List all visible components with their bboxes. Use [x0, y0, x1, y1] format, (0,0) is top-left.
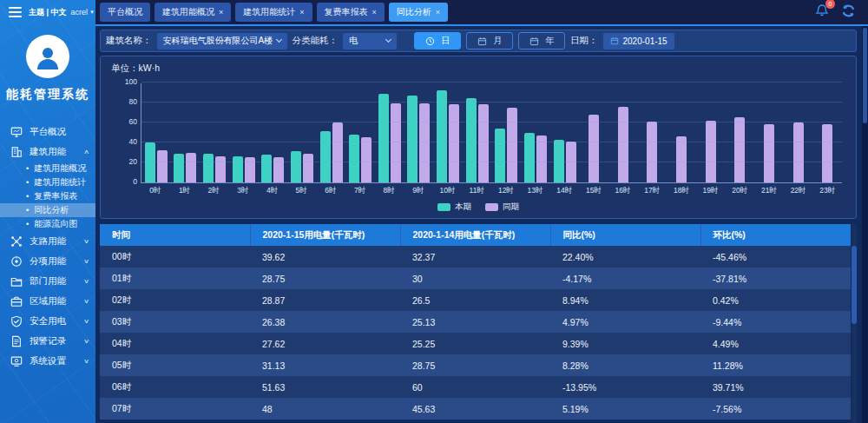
- window-scrollbar[interactable]: [862, 26, 868, 423]
- granularity-year-button[interactable]: 年: [518, 32, 565, 50]
- table-row[interactable]: 07时4845.635.19%-7.56%: [100, 398, 851, 420]
- bar-同期-8时[interactable]: [391, 103, 401, 182]
- bar-本期-1时[interactable]: [174, 154, 184, 182]
- y-axis-tick-label: 20: [129, 157, 137, 166]
- legend-swatch: [485, 203, 498, 211]
- legend-item-本期[interactable]: 本期: [437, 202, 471, 213]
- tab-label: 复费率报表: [325, 6, 368, 18]
- table-scrollbar-thumb[interactable]: [852, 246, 857, 324]
- bar-同期-1时[interactable]: [186, 153, 196, 183]
- bar-本期-12时[interactable]: [495, 129, 505, 182]
- tab-建筑用能统计[interactable]: 建筑用能统计×: [235, 3, 312, 22]
- sidebar-item-报警记录[interactable]: 报警记录∨: [0, 331, 95, 351]
- bar-本期-3时[interactable]: [233, 156, 243, 182]
- bar-group-20时: [726, 83, 755, 182]
- chevron-down-icon: ∨: [83, 358, 89, 365]
- legend-item-同期[interactable]: 同期: [485, 202, 519, 213]
- bar-同期-12时[interactable]: [507, 108, 517, 182]
- x-axis-tick-label: 7时: [345, 186, 375, 196]
- sidebar-subitem-建筑用能统计[interactable]: •建筑用能统计: [0, 175, 95, 189]
- bar-本期-0时[interactable]: [145, 142, 155, 182]
- bar-同期-21时[interactable]: [764, 124, 774, 182]
- sidebar-item-平台概况[interactable]: 平台概况: [0, 122, 95, 142]
- refresh-button[interactable]: [841, 3, 856, 22]
- bar-同期-22时[interactable]: [793, 122, 804, 182]
- sidebar-item-部门用能[interactable]: 部门用能∨: [0, 271, 95, 291]
- table-row[interactable]: 04时27.6225.259.39%4.49%: [100, 333, 851, 354]
- tab-close-icon[interactable]: ×: [299, 8, 304, 17]
- category-select[interactable]: 电: [343, 33, 397, 50]
- bar-group-11时: [463, 83, 492, 182]
- bar-同期-13时[interactable]: [536, 135, 547, 182]
- tab-close-icon[interactable]: ×: [436, 8, 440, 17]
- bar-同期-15时[interactable]: [589, 115, 599, 182]
- user-icon: [33, 42, 62, 71]
- bar-本期-4时[interactable]: [261, 155, 272, 182]
- sidebar-item-分项用能[interactable]: 分项用能∨: [0, 251, 95, 271]
- bar-同期-11时[interactable]: [478, 104, 489, 182]
- table-row[interactable]: 03时26.3825.134.97%-9.44%: [100, 311, 851, 333]
- bar-同期-19时[interactable]: [706, 121, 716, 182]
- sidebar-subitem-能源流向图[interactable]: •能源流向图: [0, 217, 95, 231]
- table-cell: 07时: [100, 398, 250, 420]
- window-scrollbar-thumb[interactable]: [863, 28, 867, 123]
- table-row[interactable]: 02时28.8726.58.94%0.42%: [100, 289, 851, 311]
- bar-同期-9时[interactable]: [419, 103, 430, 182]
- sidebar-item-安全用电[interactable]: 安全用电∨: [0, 311, 95, 331]
- bar-同期-16时[interactable]: [618, 107, 628, 182]
- bar-同期-0时[interactable]: [157, 150, 168, 182]
- notifications-button[interactable]: 0: [815, 3, 829, 21]
- tab-复费率报表[interactable]: 复费率报表×: [317, 3, 385, 22]
- date-picker[interactable]: 2020-01-15: [603, 33, 674, 50]
- bar-同期-20时[interactable]: [734, 117, 745, 182]
- bar-本期-11时[interactable]: [466, 98, 477, 182]
- sidebar-subitem-复费率报表[interactable]: •复费率报表: [0, 189, 95, 203]
- theme-language-switch[interactable]: 主题 | 中文: [29, 7, 67, 18]
- table-row[interactable]: 01时28.7530-4.17%-37.81%: [100, 268, 851, 289]
- table-cell: 39.62: [250, 246, 400, 268]
- chevron-down-icon: [275, 36, 281, 43]
- table-scrollbar[interactable]: [852, 224, 857, 423]
- granularity-day-button[interactable]: 日: [414, 32, 461, 50]
- sidebar-item-支路用能[interactable]: 支路用能∨: [0, 231, 95, 251]
- bar-同期-5时[interactable]: [303, 154, 313, 182]
- bar-本期-8时[interactable]: [378, 94, 389, 182]
- sidebar-item-建筑用能[interactable]: 建筑用能∧: [0, 142, 95, 162]
- table-cell: 31.13: [250, 354, 400, 376]
- building-icon: [10, 146, 23, 158]
- bar-同期-6时[interactable]: [332, 122, 343, 182]
- bar-group-1时: [171, 83, 201, 182]
- user-menu[interactable]: acrel: [71, 8, 89, 17]
- bar-本期-9时[interactable]: [407, 96, 418, 182]
- tab-建筑用能概况[interactable]: 建筑用能概况×: [155, 3, 231, 22]
- bar-本期-13时[interactable]: [524, 133, 535, 182]
- sidebar-item-区域用能[interactable]: 区域用能∨: [0, 291, 95, 311]
- bar-同期-17时[interactable]: [647, 122, 657, 182]
- bar-同期-2时[interactable]: [215, 156, 226, 182]
- tab-平台概况[interactable]: 平台概况: [100, 3, 150, 22]
- table-row[interactable]: 06时51.6360-13.95%39.71%: [100, 376, 851, 398]
- tab-close-icon[interactable]: ×: [219, 8, 223, 17]
- bar-本期-5时[interactable]: [291, 151, 301, 182]
- bar-同期-23时[interactable]: [822, 124, 832, 182]
- tab-close-icon[interactable]: ×: [372, 8, 377, 17]
- table-row[interactable]: 05时31.1328.758.28%11.28%: [100, 354, 851, 376]
- tab-同比分析[interactable]: 同比分析×: [389, 3, 448, 22]
- bar-本期-10时[interactable]: [437, 90, 447, 182]
- bar-同期-10时[interactable]: [449, 104, 459, 182]
- bar-本期-2时[interactable]: [203, 154, 214, 182]
- bar-同期-18时[interactable]: [676, 136, 687, 182]
- bar-本期-6时[interactable]: [320, 131, 331, 182]
- sidebar-subitem-建筑用能概况[interactable]: •建筑用能概况: [0, 162, 95, 175]
- granularity-month-button[interactable]: 月: [466, 32, 513, 50]
- building-select[interactable]: 安科瑞电气股份有限公司A楼: [157, 33, 287, 50]
- sidebar-subitem-同比分析[interactable]: •同比分析: [0, 203, 95, 217]
- sidebar-item-系统设置[interactable]: 系统设置∨: [0, 351, 95, 371]
- bar-group-17时: [638, 83, 667, 182]
- hamburger-menu-icon[interactable]: [9, 4, 22, 20]
- table-row[interactable]: 00时39.6232.3722.40%-45.46%: [100, 246, 851, 268]
- table-cell: 0.42%: [700, 289, 851, 311]
- bar-同期-7时[interactable]: [361, 137, 372, 182]
- building-select-value: 安科瑞电气股份有限公司A楼: [163, 35, 273, 47]
- comparison-table-wrap: 时间2020-1-15用电量(千瓦时)2020-1-14用电量(千瓦时)同比(%…: [100, 224, 857, 423]
